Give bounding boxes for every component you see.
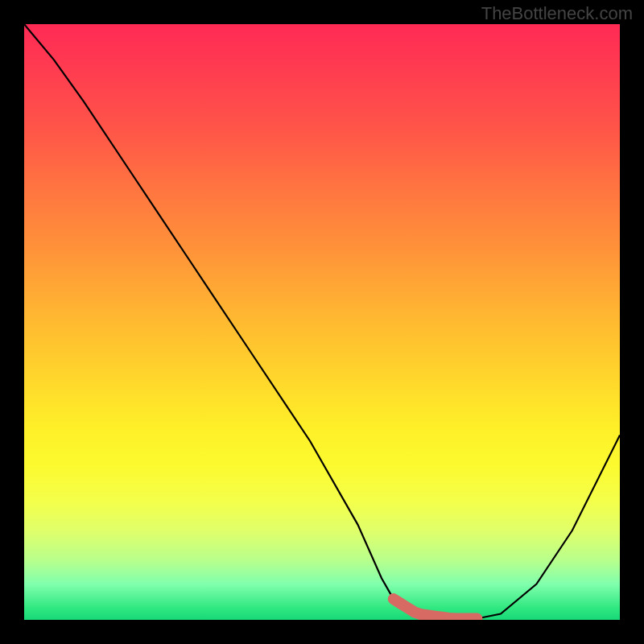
optimal-range-marker <box>394 599 477 618</box>
watermark-text: TheBottleneck.com <box>481 3 633 24</box>
optimal-range-highlight <box>24 24 620 620</box>
chart-plot-area <box>24 24 620 620</box>
